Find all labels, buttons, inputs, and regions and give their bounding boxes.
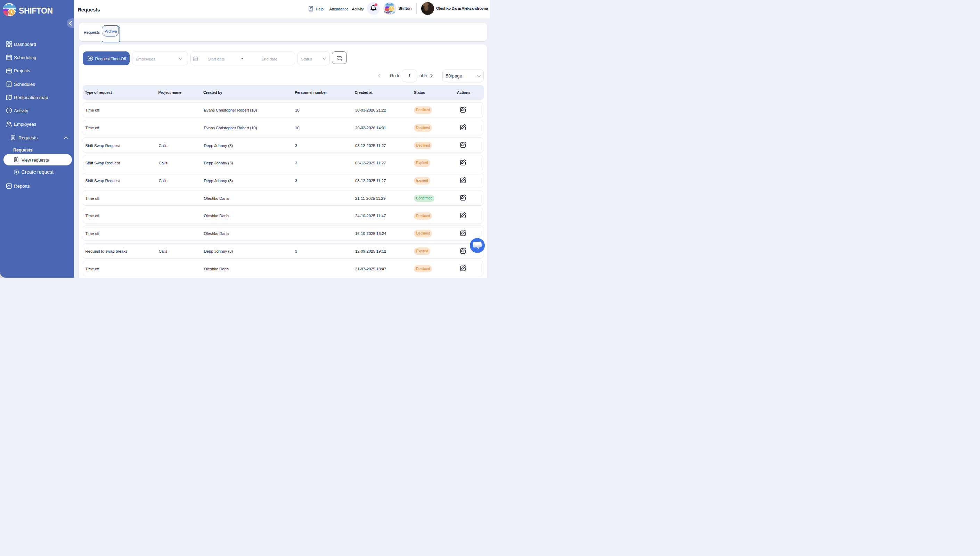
svg-text:SHIFTON: SHIFTON — [384, 11, 396, 14]
